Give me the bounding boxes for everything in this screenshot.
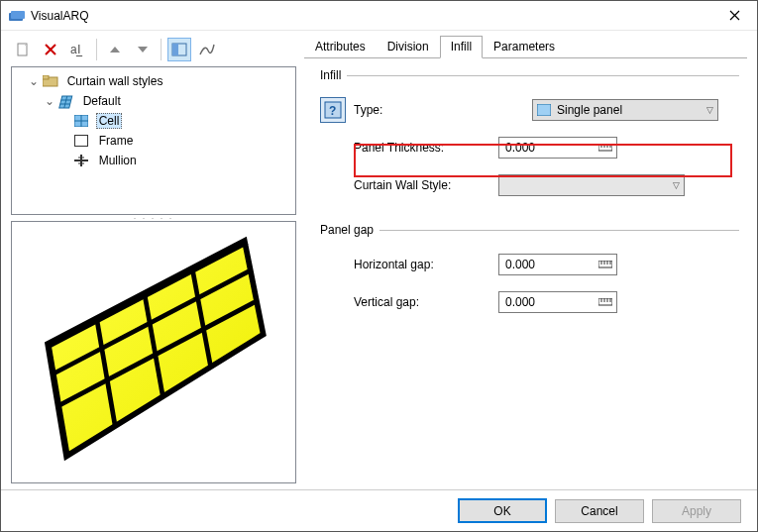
- cell-icon: [74, 115, 90, 129]
- vgap-label: Vertical gap:: [320, 295, 498, 309]
- toolbar-curve-button[interactable]: [195, 38, 219, 61]
- row-hgap: Horizontal gap:: [320, 251, 739, 278]
- toolbar-preview-toggle[interactable]: [167, 38, 191, 61]
- tree-root[interactable]: ⌄ Curtain wall styles ⌄ Default: [28, 71, 295, 170]
- row-type: ? Type: Single panel ▽: [320, 96, 739, 124]
- tree-toolbar: aI̲: [11, 35, 296, 64]
- folder-icon: [43, 75, 58, 89]
- tree-item-frame[interactable]: Frame: [59, 131, 295, 151]
- tab-parameters[interactable]: Parameters: [483, 36, 566, 58]
- svg-rect-1: [11, 11, 25, 19]
- svg-text:aI̲: aI̲: [70, 43, 83, 56]
- toolbar-separator: [96, 39, 97, 60]
- svg-rect-7: [43, 75, 49, 79]
- dialog-footer: OK Cancel Apply: [1, 489, 757, 531]
- tab-bar: Attributes Division Infill Parameters: [304, 35, 747, 58]
- group-panelgap-label: Panel gap: [320, 223, 374, 237]
- tree-style-default[interactable]: ⌄ Default Cell: [44, 91, 295, 170]
- tab-panel-infill: Infill ? Type: Single panel ▽: [304, 58, 747, 483]
- apply-button: Apply: [652, 499, 741, 523]
- tree-item-label[interactable]: Mullion: [96, 153, 140, 168]
- preview-viewport[interactable]: [11, 221, 296, 483]
- style-tree[interactable]: ⌄ Curtain wall styles ⌄ Default: [11, 66, 296, 215]
- cw-style-label: Curtain Wall Style:: [320, 178, 498, 192]
- right-pane: Attributes Division Infill Parameters In…: [304, 35, 747, 483]
- tree-expand-icon[interactable]: ⌄: [28, 71, 40, 91]
- svg-rect-30: [537, 104, 551, 116]
- left-pane: aI̲ ⌄ Curtain wall styles ⌄: [11, 35, 296, 483]
- window-close-button[interactable]: [711, 1, 757, 31]
- tab-infill[interactable]: Infill: [440, 36, 483, 58]
- app-icon: [9, 10, 25, 22]
- mullion-icon: [74, 155, 90, 168]
- tree-style-label[interactable]: Default: [80, 93, 124, 109]
- hgap-label: Horizontal gap:: [320, 258, 498, 271]
- hgap-input-wrap: [498, 254, 617, 275]
- row-cw-style: Curtain Wall Style: ▽: [320, 171, 739, 199]
- group-panelgap: Panel gap: [320, 223, 739, 237]
- thickness-label: Panel Thickness:: [320, 141, 498, 155]
- toolbar-up-button[interactable]: [103, 38, 127, 61]
- style-icon: [58, 95, 74, 109]
- tree-item-label[interactable]: Frame: [96, 133, 137, 149]
- vgap-input-wrap: [498, 291, 617, 313]
- type-label: Type:: [354, 103, 532, 117]
- dialog-window: VisualARQ aI̲ ⌄: [0, 0, 758, 532]
- toolbar-new-button[interactable]: [11, 38, 35, 61]
- type-combo[interactable]: Single panel ▽: [532, 99, 718, 121]
- hgap-input[interactable]: [503, 257, 575, 272]
- tree-item-mullion[interactable]: Mullion: [59, 151, 295, 170]
- ruler-icon[interactable]: [598, 298, 612, 306]
- chevron-down-icon: ▽: [706, 105, 713, 115]
- thickness-input-wrap: [498, 137, 617, 159]
- tree-root-label[interactable]: Curtain wall styles: [64, 73, 166, 89]
- toolbar-separator: [161, 39, 162, 60]
- type-selected-value: Single panel: [557, 103, 622, 117]
- svg-text:?: ?: [329, 104, 336, 118]
- toolbar-down-button[interactable]: [131, 38, 155, 61]
- dialog-body: aI̲ ⌄ Curtain wall styles ⌄: [1, 31, 757, 489]
- thickness-input[interactable]: [503, 140, 575, 156]
- svg-rect-15: [74, 135, 88, 147]
- panel-type-icon: [537, 104, 551, 116]
- group-infill-label: Infill: [320, 68, 341, 82]
- window-title: VisualARQ: [31, 9, 711, 23]
- toolbar-delete-button[interactable]: [39, 38, 62, 61]
- svg-rect-5: [172, 44, 178, 55]
- row-thickness: Panel Thickness:: [320, 134, 739, 161]
- ok-button[interactable]: OK: [458, 498, 547, 523]
- curtain-wall-preview: [12, 222, 295, 482]
- frame-icon: [74, 135, 90, 149]
- cw-style-combo: ▽: [498, 174, 685, 196]
- row-vgap: Vertical gap:: [320, 288, 739, 316]
- tab-attributes[interactable]: Attributes: [304, 36, 377, 58]
- ruler-icon[interactable]: [598, 261, 612, 268]
- vgap-input[interactable]: [503, 294, 575, 310]
- ruler-icon[interactable]: [598, 144, 612, 152]
- tree-expand-icon[interactable]: ⌄: [44, 91, 55, 111]
- tree-item-cell[interactable]: Cell: [59, 111, 295, 131]
- tree-item-label[interactable]: Cell: [96, 113, 123, 129]
- chevron-down-icon: ▽: [673, 180, 680, 190]
- titlebar: VisualARQ: [1, 1, 757, 31]
- group-infill: Infill: [320, 68, 739, 82]
- infill-type-icon: ?: [320, 97, 346, 123]
- toolbar-rename-button[interactable]: aI̲: [66, 38, 90, 61]
- tab-division[interactable]: Division: [377, 36, 440, 58]
- cancel-button[interactable]: Cancel: [555, 499, 644, 523]
